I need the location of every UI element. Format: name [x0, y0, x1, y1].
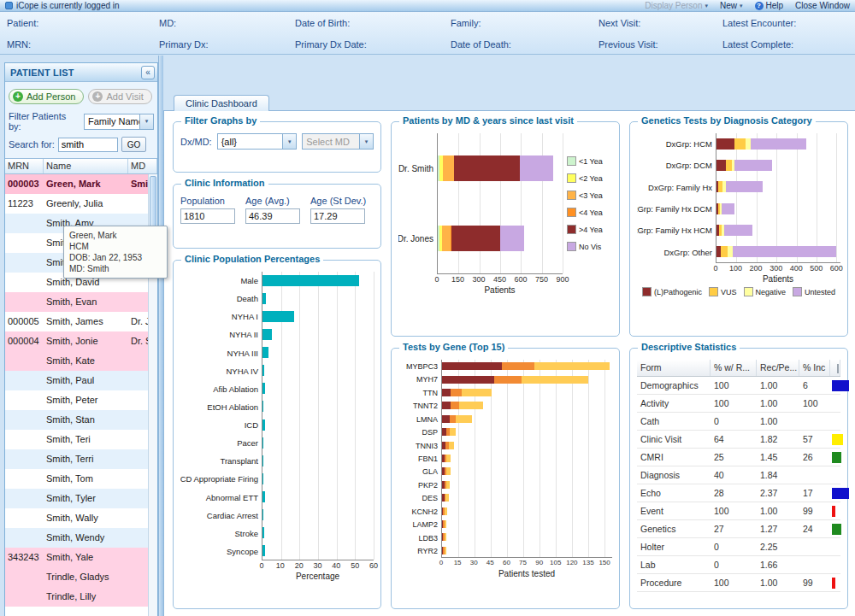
- bar-segment: [446, 467, 451, 475]
- y-axis-label: LMNA: [398, 413, 441, 425]
- patient-row[interactable]: Smith, Terri: [5, 449, 157, 469]
- patient-column-header[interactable]: Name: [44, 159, 128, 173]
- x-tick-label: 90: [535, 559, 543, 566]
- patient-mrn: [5, 233, 44, 253]
- stat-flag-indicator: [832, 380, 849, 391]
- legend-item: <3 Yea: [567, 191, 612, 200]
- patient-table-header: MRNNameMD: [5, 159, 157, 174]
- stat-flag-indicator: [832, 434, 843, 445]
- clinic-info-value[interactable]: 17.29: [310, 208, 365, 224]
- patient-name: Greenly, Julia: [44, 194, 128, 214]
- bar-segment: [494, 376, 522, 384]
- stat-pct-inc: 57: [799, 431, 830, 448]
- y-axis-label: MYBPC3: [398, 360, 441, 373]
- legend-label: Negative: [756, 288, 787, 296]
- patient-row[interactable]: Trindle, Lilly: [5, 587, 157, 607]
- patient-row[interactable]: 000005Smith, JamesDr. J: [5, 312, 157, 331]
- patient-row[interactable]: Smith, Tyler: [5, 489, 157, 508]
- patient-name: Smith, Wendy: [44, 528, 128, 548]
- gridline: [542, 133, 543, 273]
- bar-segment: [445, 507, 448, 515]
- x-tick-label: 15: [454, 559, 462, 566]
- statistics-column-header[interactable]: Rec/Pe...: [757, 360, 799, 376]
- patient-row[interactable]: Smith, Tom: [5, 469, 157, 489]
- patient-mrn: [5, 273, 44, 292]
- bar-segment: [502, 362, 534, 370]
- bar-segment: [726, 160, 732, 171]
- x-tick-label: 300: [770, 264, 782, 273]
- stat-flag-cell: [830, 413, 840, 430]
- clinic-info-value[interactable]: 46.39: [245, 208, 300, 224]
- y-axis-label: NYHA I: [180, 308, 262, 326]
- gridline: [588, 360, 589, 557]
- y-axis-label: Stroke: [180, 525, 262, 543]
- gridline: [318, 272, 319, 560]
- patient-row[interactable]: 343243Smith, Yale: [5, 548, 157, 567]
- close-window-button[interactable]: Close Window: [795, 1, 850, 10]
- patient-field-label: Next Visit:: [592, 18, 716, 28]
- bar-segment: [450, 415, 457, 423]
- bar-segment: [451, 402, 459, 409]
- filter-by-select[interactable]: Family Name ▾: [84, 114, 154, 130]
- gridline: [604, 360, 605, 557]
- search-input[interactable]: [58, 138, 118, 152]
- stat-pct-inc: [799, 466, 830, 484]
- new-button[interactable]: New ▾: [720, 1, 743, 10]
- gridline: [736, 133, 737, 262]
- bar-segment: [450, 428, 457, 436]
- patient-column-header[interactable]: MRN: [5, 159, 44, 173]
- statistics-column-header[interactable]: % Inc: [799, 360, 830, 376]
- patient-name: Smith, Stan: [44, 410, 128, 430]
- legend-item: Untested: [793, 287, 835, 296]
- patient-column-header[interactable]: MD: [128, 159, 157, 173]
- patient-row[interactable]: Smith, Evan: [5, 292, 157, 312]
- stat-rec-per: 1.00: [757, 395, 799, 412]
- patient-row[interactable]: 000003Green, MarkSmi: [5, 174, 157, 194]
- display-person-button[interactable]: Display Person ▾: [645, 1, 708, 10]
- stat-flag-cell: [830, 556, 840, 573]
- patient-row[interactable]: Smith, Wally: [5, 508, 157, 528]
- patient-row[interactable]: Smith, Kate: [5, 351, 157, 371]
- tab-clinic-dashboard[interactable]: Clinic Dashboard: [174, 95, 269, 111]
- patient-row[interactable]: Smith, Teri: [5, 430, 157, 449]
- patient-mrn: 000003: [5, 174, 44, 194]
- panel-legend: Filter Graphs by: [181, 115, 260, 126]
- stat-pct-reviewed: 100: [711, 574, 757, 591]
- stat-form: Procedure: [637, 574, 711, 591]
- patient-mrn: 000005: [5, 312, 44, 331]
- y-axis-label: Abnormal ETT: [180, 489, 262, 507]
- patient-row[interactable]: Smith, Stan: [5, 410, 157, 430]
- statistics-row: Lab01.66: [637, 556, 840, 574]
- patient-mrn: [5, 371, 44, 390]
- patient-row[interactable]: Smith, Peter: [5, 390, 157, 410]
- statistics-column-header[interactable]: % w/ R...: [711, 360, 757, 376]
- stat-rec-per: 1.66: [757, 556, 799, 573]
- chevron-down-icon: ▾: [705, 3, 708, 9]
- clinic-population-panel: Clinic Population Percentages MaleDeathN…: [173, 260, 381, 609]
- add-person-button[interactable]: + Add Person: [9, 89, 84, 104]
- help-button[interactable]: ? Help: [755, 1, 784, 10]
- clinic-info-value[interactable]: 1810: [180, 208, 235, 224]
- bar-segment: [445, 547, 447, 554]
- x-axis: 0150300450600750900: [437, 274, 563, 285]
- patient-row[interactable]: 11223Greenly, Julia: [5, 194, 157, 214]
- gridline: [500, 133, 501, 273]
- stat-pct-inc: [799, 413, 830, 430]
- stat-flag-cell: [830, 502, 840, 519]
- y-axis-label: NYHA II: [180, 326, 262, 343]
- collapse-panel-button[interactable]: «: [141, 66, 155, 79]
- x-tick-label: 500: [810, 264, 823, 273]
- dx-select[interactable]: {all} ▾: [217, 133, 298, 150]
- bar-segment: [442, 362, 502, 370]
- patient-row[interactable]: Smith, Wendy: [5, 528, 157, 548]
- y-axis-labels: DxGrp: HCMDxGrp: DCMDxGrp: Family HxDxGr…: [637, 133, 716, 263]
- patient-row[interactable]: Smith, Paul: [5, 371, 157, 390]
- indicator-column-header[interactable]: [830, 360, 840, 376]
- bar-segment: [734, 160, 772, 171]
- add-visit-button[interactable]: + Add Visit: [88, 89, 151, 104]
- md-select[interactable]: Select MD ▾: [302, 133, 374, 150]
- patient-row[interactable]: 000004Smith, JonieDr. S: [5, 331, 157, 351]
- patient-row[interactable]: Trindle, Gladys: [5, 567, 157, 587]
- go-button[interactable]: GO: [121, 137, 147, 152]
- statistics-column-header[interactable]: Form: [637, 360, 711, 376]
